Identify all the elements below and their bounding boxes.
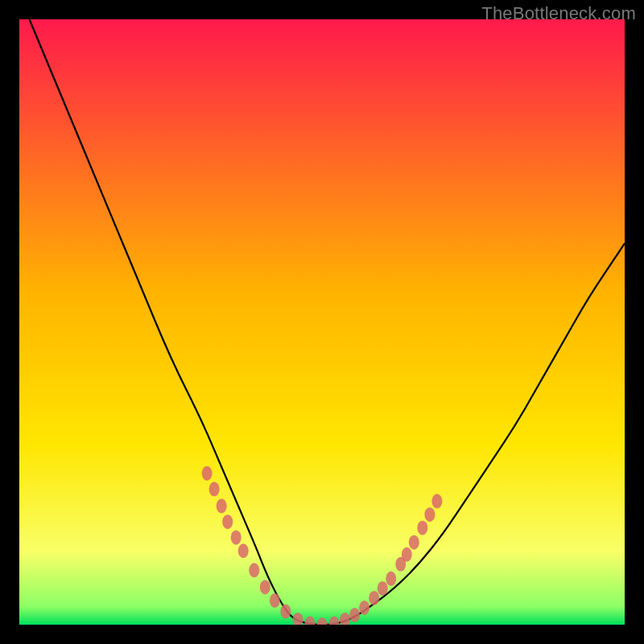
chart-svg	[19, 19, 625, 625]
watermark-text: TheBottleneck.com	[481, 3, 636, 24]
curve-marker	[280, 604, 291, 618]
curve-marker	[238, 543, 249, 558]
chart-frame	[19, 19, 625, 625]
curve-marker	[249, 563, 259, 577]
curve-marker	[260, 580, 270, 594]
curve-marker	[417, 521, 427, 535]
chart-background	[19, 19, 625, 625]
curve-marker	[202, 466, 213, 481]
curve-marker	[349, 608, 360, 622]
curve-marker	[231, 530, 242, 545]
curve-marker	[359, 601, 369, 615]
curve-marker	[217, 499, 227, 514]
curve-marker	[424, 507, 435, 522]
curve-marker	[386, 572, 396, 586]
curve-marker	[409, 535, 419, 550]
curve-marker	[369, 591, 379, 605]
curve-marker	[270, 593, 280, 608]
curve-marker	[378, 581, 388, 596]
curve-marker	[222, 514, 233, 529]
curve-marker	[209, 482, 220, 497]
curve-marker	[431, 494, 442, 509]
curve-marker	[402, 547, 412, 562]
